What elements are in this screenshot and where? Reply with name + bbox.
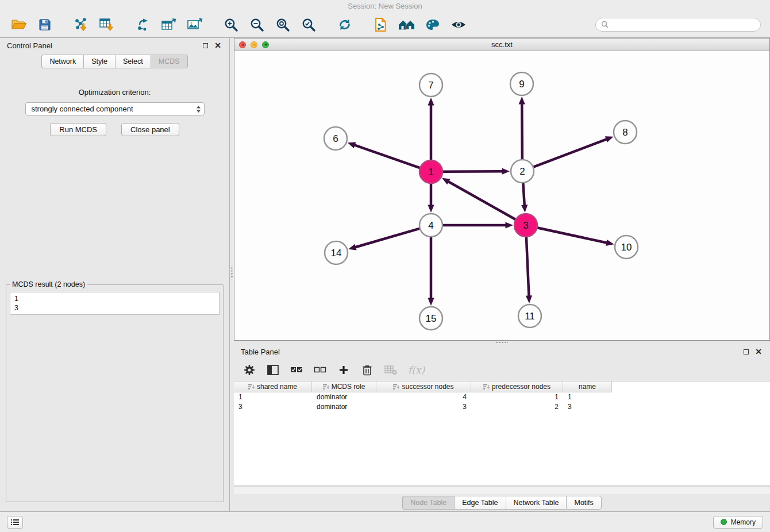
browser-home-button[interactable]	[397, 15, 417, 34]
function-builder-button[interactable]: f(x)	[408, 363, 425, 377]
table-row[interactable]: 1 dominator 4 1 1	[234, 392, 770, 402]
svg-text:8: 8	[622, 127, 627, 138]
cell-name[interactable]: 1	[563, 392, 612, 402]
show-graphics-details-button[interactable]	[449, 15, 468, 34]
show-columns-button[interactable]	[267, 363, 279, 377]
cell-mcds-role[interactable]: dominator	[312, 402, 376, 412]
delete-column-button[interactable]	[361, 363, 374, 377]
column-header-name[interactable]: name	[563, 381, 612, 392]
graph-node-8[interactable]: 8	[614, 121, 637, 144]
horizontal-splitter[interactable]	[234, 341, 770, 344]
column-header-shared-name[interactable]: shared name	[234, 381, 312, 392]
tab-network[interactable]: Network	[41, 55, 83, 68]
graph-edge-3-1[interactable]	[448, 182, 516, 219]
tab-style[interactable]: Style	[83, 55, 115, 68]
unselect-all-columns-button[interactable]	[314, 363, 326, 377]
table-panel-close-button[interactable]: ✕	[754, 347, 763, 356]
cell-shared-name[interactable]: 1	[234, 392, 312, 402]
graph-edge-3-11[interactable]	[526, 237, 529, 296]
zoom-in-button[interactable]	[221, 15, 241, 34]
refresh-layout-button[interactable]	[335, 15, 355, 34]
sort-icon	[483, 384, 490, 390]
cell-shared-name[interactable]: 3	[234, 402, 312, 412]
table-row[interactable]: 3 dominator 3 2 3	[234, 402, 770, 412]
graph-edge-arrowhead	[605, 136, 614, 142]
graph-edge-2-9[interactable]	[522, 103, 522, 160]
graph-edge-2-3[interactable]	[523, 183, 525, 206]
optimization-criterion-select[interactable]: strongly connected component	[25, 102, 205, 115]
column-header-predecessor-nodes[interactable]: predecessor nodes	[471, 381, 563, 392]
import-table-icon	[99, 17, 115, 32]
control-panel-float-button[interactable]	[201, 41, 210, 50]
graph-node-6[interactable]: 6	[324, 127, 347, 150]
zoom-selected-icon	[301, 17, 316, 32]
column-header-successor-nodes[interactable]: successor nodes	[376, 381, 471, 392]
splitter-grip-icon	[495, 341, 508, 344]
run-mcds-button[interactable]: Run MCDS	[50, 123, 106, 136]
graph-node-10[interactable]: 10	[615, 236, 638, 259]
search-input[interactable]	[611, 21, 755, 29]
tab-network-table[interactable]: Network Table	[506, 496, 567, 510]
tab-mcds[interactable]: MCDS	[151, 55, 188, 68]
graph-edge-2-8[interactable]	[533, 139, 607, 167]
zoom-out-button[interactable]	[247, 15, 267, 34]
close-window-button[interactable]: ×	[239, 41, 246, 48]
control-panel-close-button[interactable]: ✕	[213, 41, 222, 50]
close-panel-button[interactable]: Close panel	[121, 123, 179, 136]
mcds-result-textarea[interactable]: 1 3	[10, 292, 220, 315]
minimize-window-button[interactable]: −	[251, 41, 257, 48]
table-toolbar: f(x)	[234, 359, 770, 381]
export-document-button[interactable]	[371, 15, 391, 34]
style-paint-button[interactable]	[423, 15, 442, 34]
cell-successor-nodes[interactable]: 3	[376, 402, 471, 412]
network-window-title: scc.txt	[234, 40, 769, 49]
cell-mcds-role[interactable]: dominator	[312, 392, 376, 402]
graph-node-4[interactable]: 4	[419, 214, 442, 237]
search-box[interactable]	[595, 18, 761, 32]
graph-edge-3-10[interactable]	[537, 228, 607, 243]
memory-button[interactable]: Memory	[713, 516, 763, 529]
graph-node-15[interactable]: 15	[419, 307, 442, 330]
import-table-button[interactable]	[97, 15, 117, 34]
cell-predecessor-nodes[interactable]: 1	[471, 392, 563, 402]
cell-name[interactable]: 3	[563, 402, 612, 412]
export-image-button[interactable]	[185, 15, 205, 34]
cell-predecessor-nodes[interactable]: 2	[471, 402, 563, 412]
graph-node-7[interactable]: 7	[419, 74, 442, 97]
zoom-fit-button[interactable]	[273, 15, 292, 34]
graph-node-3[interactable]: 3	[514, 214, 537, 237]
delete-table-button[interactable]	[384, 363, 397, 377]
graph-edge-4-14[interactable]	[355, 229, 420, 248]
export-network-button[interactable]	[133, 15, 153, 34]
table-settings-button[interactable]	[243, 363, 256, 377]
select-all-columns-button[interactable]	[290, 363, 303, 377]
column-header-mcds-role[interactable]: MCDS role	[312, 381, 376, 392]
task-history-button[interactable]	[7, 516, 23, 529]
save-session-button[interactable]	[35, 15, 55, 34]
vertical-splitter[interactable]	[230, 38, 234, 511]
import-network-button[interactable]	[71, 15, 91, 34]
zoom-selected-button[interactable]	[299, 15, 318, 34]
tab-edge-table[interactable]: Edge Table	[454, 496, 505, 510]
network-canvas[interactable]: 7968124314101511	[234, 51, 769, 340]
graph-edge-1-6[interactable]	[354, 145, 420, 168]
export-table-button[interactable]	[159, 15, 179, 34]
graph-node-2[interactable]: 2	[511, 160, 534, 183]
maximize-window-button[interactable]: +	[262, 41, 269, 48]
graph-node-11[interactable]: 11	[518, 304, 541, 327]
graph-edge-arrowhead	[519, 97, 525, 105]
import-network-icon	[73, 17, 89, 32]
cell-successor-nodes[interactable]: 4	[376, 392, 471, 402]
open-session-button[interactable]	[9, 15, 29, 34]
table-panel-float-button[interactable]	[741, 347, 750, 356]
graph-node-14[interactable]: 14	[325, 241, 348, 264]
application-window: Session: New Session	[0, 0, 770, 532]
table-horizontal-scrollbar[interactable]	[234, 486, 770, 494]
graph-node-1[interactable]: 1	[419, 160, 442, 183]
tab-select[interactable]: Select	[115, 55, 151, 68]
tab-node-table[interactable]: Node Table	[402, 496, 454, 510]
graph-edge-1-2[interactable]	[442, 171, 503, 172]
graph-node-9[interactable]: 9	[510, 72, 533, 95]
create-column-button[interactable]	[337, 363, 350, 377]
tab-motifs[interactable]: Motifs	[566, 496, 601, 510]
